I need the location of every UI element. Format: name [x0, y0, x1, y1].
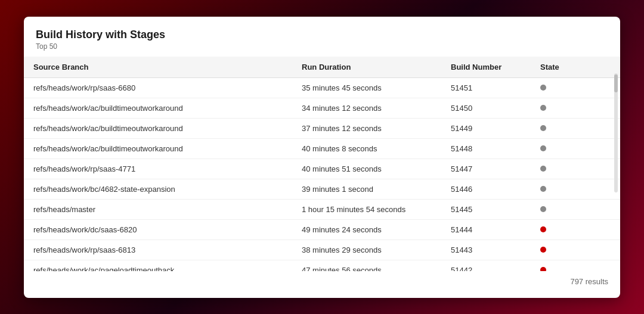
- cell-state: [531, 118, 620, 138]
- cell-build: 51451: [441, 77, 531, 98]
- cell-state: [531, 260, 620, 271]
- status-dot-gray: [540, 105, 546, 111]
- cell-source: refs/heads/work/ac/buildtimeoutworkaroun…: [24, 98, 292, 118]
- cell-duration: 34 minutes 12 seconds: [292, 98, 441, 118]
- status-dot-gray: [540, 145, 546, 151]
- cell-source: refs/heads/work/bc/4682-state-expansion: [24, 179, 292, 199]
- col-header-source: Source Branch: [24, 57, 292, 78]
- cell-duration: 40 minutes 8 seconds: [292, 138, 441, 158]
- cell-duration: 40 minutes 51 seconds: [292, 158, 441, 179]
- scrollbar[interactable]: [614, 73, 618, 192]
- cell-source: refs/heads/work/ac/pageloadtimeouthack: [24, 260, 292, 271]
- col-header-state: State: [531, 57, 620, 78]
- cell-build: 51449: [441, 118, 531, 138]
- cell-duration: 38 minutes 29 seconds: [292, 240, 441, 260]
- cell-build: 51446: [441, 179, 531, 199]
- table-container[interactable]: Source Branch Run Duration Build Number …: [24, 57, 620, 271]
- results-count: 797 results: [24, 271, 620, 288]
- cell-source: refs/heads/work/rp/saas-4771: [24, 158, 292, 179]
- status-dot-red: [540, 267, 546, 271]
- status-dot-gray: [540, 85, 546, 91]
- cell-duration: 37 minutes 12 seconds: [292, 118, 441, 138]
- table-row[interactable]: refs/heads/work/ac/buildtimeoutworkaroun…: [24, 98, 620, 118]
- table-row[interactable]: refs/heads/master1 hour 15 minutes 54 se…: [24, 199, 620, 219]
- cell-build: 51447: [441, 158, 531, 179]
- cell-build: 51442: [441, 260, 531, 271]
- cell-duration: 35 minutes 45 seconds: [292, 77, 441, 98]
- status-dot-gray: [540, 166, 546, 172]
- col-header-build: Build Number: [441, 57, 531, 78]
- cell-duration: 39 minutes 1 second: [292, 179, 441, 199]
- cell-build: 51450: [441, 98, 531, 118]
- status-dot-gray: [540, 186, 546, 192]
- card-title: Build History with Stages: [36, 29, 608, 41]
- build-table: Source Branch Run Duration Build Number …: [24, 57, 620, 271]
- card-header: Build History with Stages Top 50: [24, 29, 620, 57]
- cell-source: refs/heads/work/rp/saas-6680: [24, 77, 292, 98]
- cell-source: refs/heads/master: [24, 199, 292, 219]
- cell-source: refs/heads/work/ac/buildtimeoutworkaroun…: [24, 118, 292, 138]
- cell-source: refs/heads/work/rp/saas-6813: [24, 240, 292, 260]
- cell-state: [531, 219, 620, 240]
- cell-state: [531, 77, 620, 98]
- cell-state: [531, 158, 620, 179]
- status-dot-red: [540, 247, 546, 253]
- cell-source: refs/heads/work/dc/saas-6820: [24, 219, 292, 240]
- table-row[interactable]: refs/heads/work/ac/buildtimeoutworkaroun…: [24, 118, 620, 138]
- cell-duration: 1 hour 15 minutes 54 seconds: [292, 199, 441, 219]
- status-dot-gray: [540, 206, 546, 212]
- card-subtitle: Top 50: [36, 42, 608, 51]
- status-dot-red: [540, 226, 546, 232]
- col-header-duration: Run Duration: [292, 57, 441, 78]
- table-header-row: Source Branch Run Duration Build Number …: [24, 57, 620, 78]
- cell-build: 51448: [441, 138, 531, 158]
- cell-state: [531, 199, 620, 219]
- cell-duration: 47 minutes 56 seconds: [292, 260, 441, 271]
- table-row[interactable]: refs/heads/work/ac/buildtimeoutworkaroun…: [24, 138, 620, 158]
- cell-duration: 49 minutes 24 seconds: [292, 219, 441, 240]
- cell-state: [531, 138, 620, 158]
- cell-state: [531, 98, 620, 118]
- cell-build: 51445: [441, 199, 531, 219]
- cell-state: [531, 240, 620, 260]
- build-history-card: Build History with Stages Top 50 Source …: [24, 17, 620, 298]
- results-text: 797 results: [570, 277, 608, 286]
- table-row[interactable]: refs/heads/work/rp/saas-668035 minutes 4…: [24, 77, 620, 98]
- table-row[interactable]: refs/heads/work/rp/saas-477140 minutes 5…: [24, 158, 620, 179]
- table-row[interactable]: refs/heads/work/bc/4682-state-expansion3…: [24, 179, 620, 199]
- status-dot-gray: [540, 125, 546, 131]
- cell-build: 51443: [441, 240, 531, 260]
- scrollbar-thumb: [614, 74, 618, 92]
- table-row[interactable]: refs/heads/work/rp/saas-681338 minutes 2…: [24, 240, 620, 260]
- cell-source: refs/heads/work/ac/buildtimeoutworkaroun…: [24, 138, 292, 158]
- cell-state: [531, 179, 620, 199]
- cell-build: 51444: [441, 219, 531, 240]
- table-row[interactable]: refs/heads/work/dc/saas-682049 minutes 2…: [24, 219, 620, 240]
- table-row[interactable]: refs/heads/work/ac/pageloadtimeouthack47…: [24, 260, 620, 271]
